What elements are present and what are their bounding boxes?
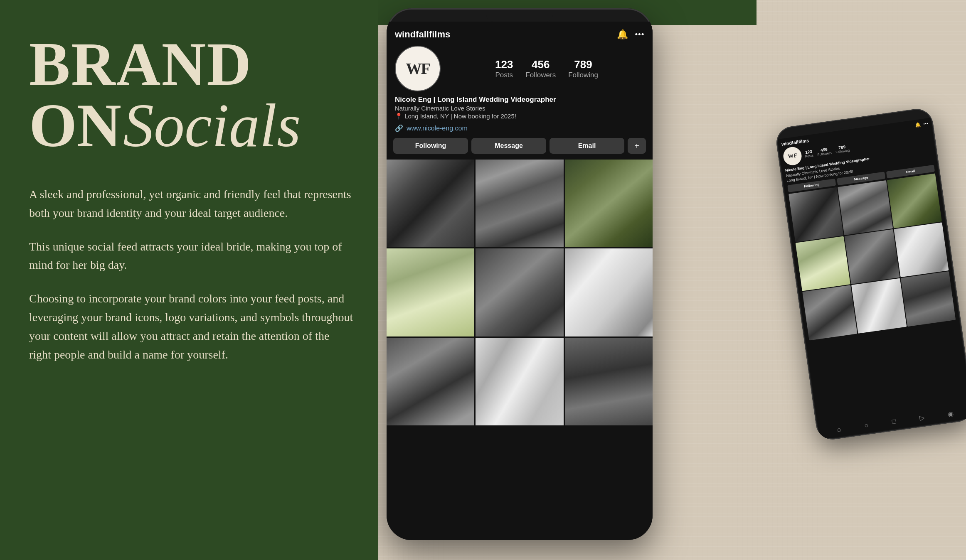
headline-socials: Socials (123, 91, 301, 160)
grid-item-2 (476, 160, 563, 247)
followers-label: Followers (525, 71, 556, 79)
headline-on: ON (29, 91, 121, 160)
ps-dots-icon: ••• (923, 121, 928, 127)
bio-location: 📍 Long Island, NY | Now booking for 2025… (395, 113, 644, 120)
ps-grid-4 (796, 236, 851, 292)
bio-desc: Naturally Cinematic Love Stories (395, 105, 644, 112)
ps-photo-grid (789, 173, 956, 340)
paragraph-3: Choosing to incorporate your brand color… (29, 290, 353, 364)
ig-header: windfallfilms 🔔 ••• (387, 26, 653, 42)
bell-icon[interactable]: 🔔 (617, 29, 628, 40)
ps-home-icon[interactable]: ⌂ (836, 425, 841, 434)
grid-item-6 (565, 248, 653, 336)
ps-grid-3 (887, 173, 942, 228)
link-icon: 🔗 (395, 124, 403, 132)
phone-second: windfallfilms 🔔 ••• WF 123 Posts 456 Fol… (774, 107, 966, 441)
bio-name: Nicole Eng | Long Island Wedding Videogr… (395, 96, 644, 104)
body-text: A sleek and professional, yet organic an… (29, 185, 353, 379)
paragraph-2: This unique social feed attracts your id… (29, 238, 353, 275)
following-label: Following (568, 71, 598, 79)
ps-add-icon[interactable]: □ (891, 418, 896, 426)
grid-item-4 (387, 248, 474, 336)
left-panel: BRAND ON Socials A sleek and professiona… (0, 0, 378, 560)
ps-posts-label: Posts (805, 154, 813, 159)
headline: BRAND ON Socials (29, 33, 353, 156)
grid-item-8 (476, 338, 563, 425)
grid-item-7 (387, 338, 474, 425)
ig-buttons: Following Message Email + (387, 135, 653, 158)
more-icon[interactable]: ••• (635, 29, 644, 40)
ps-grid-8 (851, 278, 907, 334)
phone-second-screen: windfallfilms 🔔 ••• WF 123 Posts 456 Fol… (778, 118, 966, 440)
grid-item-3 (565, 160, 653, 247)
ig-header-icons: 🔔 ••• (617, 29, 644, 40)
ps-profile-icon[interactable]: ◉ (947, 410, 954, 418)
grid-item-1 (387, 160, 474, 247)
following-count: 789 (568, 58, 598, 71)
avatar: WF (395, 46, 441, 91)
ps-reel-icon[interactable]: ▷ (919, 414, 925, 422)
posts-count: 123 (495, 58, 513, 71)
ps-bell-icon: 🔔 (915, 122, 922, 128)
ps-grid-9 (901, 272, 956, 327)
ps-stats: 123 Posts 456 Followers 789 Following (804, 144, 850, 159)
right-panel: windfallfilms 🔔 ••• WF 123 Posts (378, 0, 966, 560)
photo-grid (387, 158, 653, 425)
ig-username: windfallfilms (395, 29, 450, 40)
ig-profile-section: WF 123 Posts 456 Followers 789 Following (387, 42, 653, 95)
link-text: www.nicole-eng.com (407, 125, 468, 132)
add-button[interactable]: + (628, 138, 646, 154)
ps-bottom-nav: ⌂ ○ □ ▷ ◉ (816, 405, 966, 438)
ig-bio: Nicole Eng | Long Island Wedding Videogr… (387, 95, 653, 123)
posts-label: Posts (495, 71, 513, 79)
ig-link: 🔗 www.nicole-eng.com (387, 123, 653, 135)
ps-stat-followers: 456 Followers (817, 147, 832, 157)
ps-search-icon[interactable]: ○ (864, 422, 869, 430)
avatar-logo: WF (406, 59, 429, 78)
ig-stats: 123 Posts 456 Followers 789 Following (449, 58, 644, 79)
ps-grid-5 (845, 229, 900, 285)
grid-item-5 (476, 248, 563, 336)
phone-main: windfallfilms 🔔 ••• WF 123 Posts (387, 8, 653, 540)
ig-stat-following: 789 Following (568, 58, 598, 79)
ig-stat-posts: 123 Posts (495, 58, 513, 79)
ps-stat-following: 789 Following (835, 144, 850, 155)
followers-count: 456 (525, 58, 556, 71)
phone-screen: windfallfilms 🔔 ••• WF 123 Posts (387, 22, 653, 540)
headline-brand: BRAND (29, 33, 353, 95)
ps-grid-1 (789, 187, 844, 242)
following-button[interactable]: Following (393, 138, 468, 154)
phone-notch (486, 12, 553, 22)
grid-item-9 (565, 338, 653, 425)
ps-stat-posts: 123 Posts (804, 149, 814, 159)
headline-row2: ON Socials (29, 95, 353, 156)
ps-avatar: WF (782, 146, 803, 167)
email-button[interactable]: Email (550, 138, 624, 154)
ps-grid-2 (838, 180, 893, 236)
paragraph-1: A sleek and professional, yet organic an… (29, 185, 353, 223)
ps-grid-7 (802, 285, 858, 341)
ps-grid-6 (894, 222, 949, 278)
message-button[interactable]: Message (471, 138, 546, 154)
ps-icons: 🔔 ••• (915, 121, 929, 128)
ig-stat-followers: 456 Followers (525, 58, 556, 79)
